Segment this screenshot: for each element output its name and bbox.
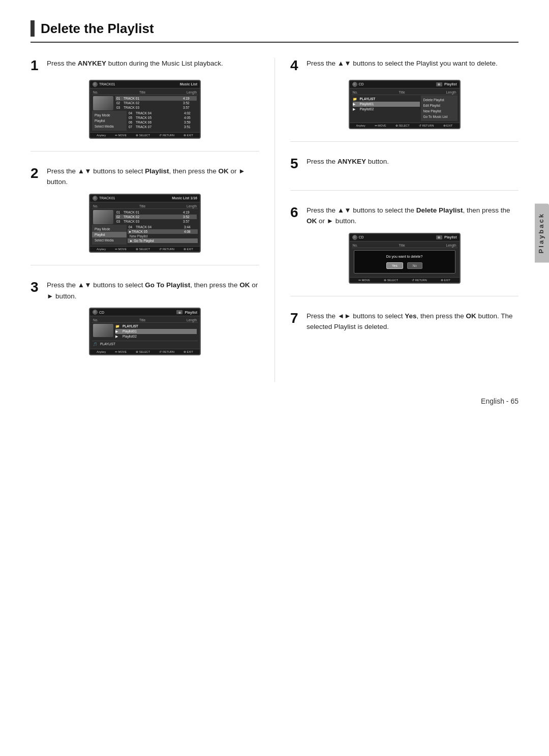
step-7-text: Press the ◄► buttons to select Yes, then… (307, 311, 518, 332)
section-title-bar: Delete the Playlist (30, 20, 518, 43)
disc-icon-4 (352, 82, 357, 87)
screen2-lower: Play Mode Playlist Select Media 04TRACK … (92, 225, 198, 245)
step-1-header: 1 Press the ANYKEY button during the Mus… (30, 58, 259, 74)
disc-icon-1 (93, 82, 98, 87)
screen6-track: CD (359, 235, 364, 239)
screen2-table-header: No.TitleLength (92, 204, 198, 209)
screen3-track: CD (99, 311, 104, 314)
step-5-number: 5 (290, 156, 301, 172)
dialog-no: No (407, 262, 422, 269)
step-1-text: Press the ANYKEY button during the Music… (47, 58, 223, 69)
screen6-footer: ⇔ MOVE⊕ SELECT↺ RETURN⊗ EXIT (350, 277, 460, 283)
step-6-number: 6 (290, 205, 301, 221)
screen-mockup-4: CD ⊗ Playlist No.TitleLength (349, 80, 461, 129)
step-7-header: 7 Press the ◄► buttons to select Yes, th… (290, 311, 518, 332)
step-5-header: 5 Press the ANYKEY button. (290, 156, 518, 172)
screen3-content: 📁PLAYLIST ▶Playlist01 ▶Playlist02 (92, 323, 198, 340)
step-3-number: 3 (30, 280, 42, 295)
step-6: 6 Press the ▲▼ buttons to select the Del… (290, 205, 518, 296)
step-3-text: Press the ▲▼ buttons to select Go To Pla… (47, 280, 259, 301)
screen-mockup-1: TRACK01 Music List No.TitleLength (89, 80, 201, 139)
screen3-bottom: 🎵PLAYLIST (92, 341, 198, 347)
step-2-text: Press the ▲▼ buttons to select Playlist,… (47, 166, 259, 188)
screen6-dialog: Do you want to delete? Yes No (354, 250, 455, 274)
screen4-title: Playlist (444, 82, 457, 86)
page-title: Delete the Playlist (41, 21, 154, 37)
screen6-badge: ⊗ (436, 235, 442, 239)
step-5-text: Press the ANYKEY button. (307, 156, 389, 167)
step-7: 7 Press the ◄► buttons to select Yes, th… (290, 311, 518, 351)
step-1: 1 Press the ANYKEY button during the Mus… (30, 58, 259, 152)
screen1-footer: Anykey⇔ MOVE⊕ SELECT↺ RETURN⊗ EXIT (90, 132, 200, 138)
screen2-track: TRACK01 (99, 196, 115, 200)
screen2-title: Music List 1/16 (172, 196, 197, 200)
step-3: 3 Press the ▲▼ buttons to select Go To P… (30, 280, 259, 368)
step-4: 4 Press the ▲▼ buttons to select the Pla… (290, 58, 518, 142)
step-4-header: 4 Press the ▲▼ buttons to select the Pla… (290, 58, 518, 74)
screen4-table-header: No.TitleLength (352, 90, 458, 95)
step-2: 2 Press the ▲▼ buttons to select Playlis… (30, 166, 259, 265)
step-7-number: 7 (290, 311, 301, 326)
screen1-table-header: No.TitleLength (92, 90, 198, 95)
screen4-footer: Anykey⇔ MOVE⊕ SELECT↺ RETURN⊗ EXIT (350, 123, 460, 128)
disc-icon-3 (93, 310, 98, 315)
screen2-row-thumb: 01TRACK 014:19 02TRACK 023:52 03TRACK 03… (92, 209, 198, 225)
dialog-text: Do you want to delete? (356, 255, 453, 258)
screen-mockup-3: CD ⊗ Playlist No.TitleLength (89, 308, 201, 355)
title-accent-bar (30, 20, 35, 37)
step-3-header: 3 Press the ▲▼ buttons to select Go To P… (30, 280, 259, 301)
step-4-text: Press the ▲▼ buttons to select the Playl… (307, 58, 498, 69)
screen1-lower: Play Mode Playlist Select Media 04TRACK … (92, 111, 198, 131)
step-2-header: 2 Press the ▲▼ buttons to select Playlis… (30, 166, 259, 188)
screen3-table-header: No.TitleLength (92, 318, 198, 323)
disc-icon-6 (352, 235, 357, 240)
dialog-buttons: Yes No (356, 262, 453, 269)
screen2-footer: Anykey⇔ MOVE⊕ SELECT↺ RETURN⊗ EXIT (90, 246, 200, 252)
playback-tab: Playback (535, 203, 549, 262)
screen4-track: CD (359, 82, 364, 86)
step-5: 5 Press the ANYKEY button. (290, 156, 518, 191)
screen3-footer: Anykey⇔ MOVE⊕ SELECT↺ RETURN⊗ EXIT (90, 349, 200, 354)
screen4-content: 📁PLAYLIST ▶Playlist01 ▶Playlist02 (352, 96, 458, 121)
screen-mockup-2: TRACK01 Music List 1/16 No.TitleLength (89, 194, 201, 253)
screen4-badge: ⊗ (436, 82, 442, 86)
screen1-track: TRACK01 (99, 82, 115, 86)
screen3-badge: ⊗ (176, 310, 182, 314)
screen-mockup-6: CD ⊗ Playlist No.TitleLength Do (349, 233, 461, 284)
screen1-row-thumb: 01TRACK 014:19 02TRACK 023:52 03TRACK 03… (92, 96, 198, 111)
screen3-title: Playlist (185, 311, 197, 314)
step-6-text: Press the ▲▼ buttons to select the Delet… (307, 205, 518, 227)
screen6-title: Playlist (444, 235, 457, 239)
step-6-header: 6 Press the ▲▼ buttons to select the Del… (290, 205, 518, 227)
dialog-yes: Yes (386, 262, 403, 269)
step-2-number: 2 (30, 166, 42, 182)
step-4-number: 4 (290, 58, 301, 74)
screen1-title: Music List (180, 82, 197, 86)
step-1-number: 1 (30, 58, 42, 74)
disc-icon-2 (93, 196, 98, 201)
page-number: English - 65 (30, 392, 518, 405)
screen6-table-header: No.TitleLength (352, 243, 458, 248)
